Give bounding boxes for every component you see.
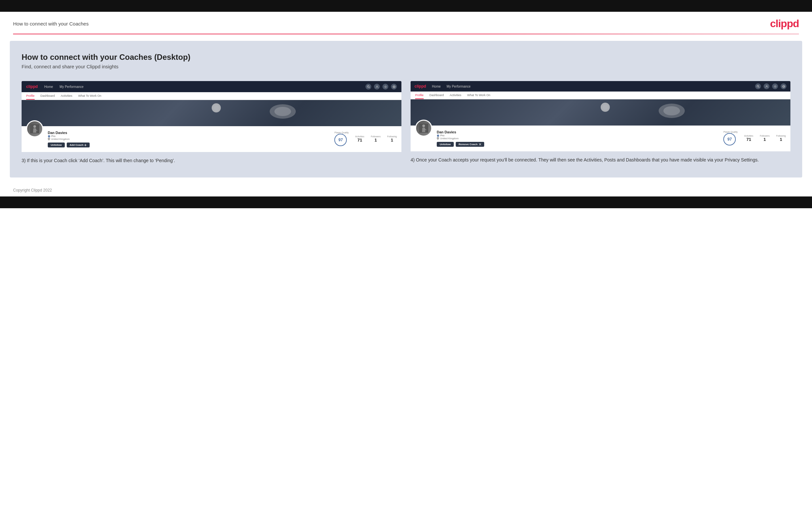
left-player-quality: Player Quality 97	[334, 131, 349, 146]
right-tab-profile[interactable]: Profile	[415, 94, 424, 99]
svg-text:✓: ✓	[438, 135, 439, 136]
left-avatar	[26, 120, 43, 137]
right-location-label: United Kingdom	[440, 137, 459, 140]
screenshot-left: clippd Home My Performance	[21, 81, 401, 152]
left-tab-what-to-work-on[interactable]: What To Work On	[78, 94, 101, 100]
right-remove-coach-button[interactable]: Remove Coach	[456, 142, 484, 147]
left-nav: clippd Home My Performance	[21, 81, 401, 92]
right-nav-home: Home	[432, 84, 441, 88]
header-divider	[13, 34, 799, 34]
right-role-label: Pro	[440, 134, 444, 137]
left-tabs: Profile Dashboard Activities What To Wor…	[21, 92, 401, 100]
left-profile-buttons: Unfollow Add Coach	[48, 143, 330, 148]
svg-point-2	[376, 86, 377, 87]
right-followers-label: Followers	[760, 135, 769, 137]
right-hero-bg	[411, 99, 791, 125]
page-header: How to connect with your Coaches clippd	[0, 12, 812, 34]
settings-icon[interactable]	[383, 84, 388, 90]
right-following-label: Following	[776, 135, 786, 137]
left-nav-logo: clippd	[26, 84, 38, 89]
right-profile-info: Dan Davies ✓ Pro United Kingdom Unfollow	[437, 129, 719, 147]
left-followers-stat: Followers 1	[371, 135, 380, 143]
left-tab-profile[interactable]: Profile	[26, 94, 35, 100]
svg-point-27	[663, 106, 680, 115]
left-following-stat: Following 1	[387, 135, 397, 143]
right-pq-label: Player Quality	[723, 131, 738, 133]
right-tab-dashboard[interactable]: Dashboard	[429, 94, 444, 99]
right-nav-icons	[755, 83, 786, 89]
right-search-icon[interactable]	[755, 83, 761, 89]
svg-text:✓: ✓	[48, 135, 50, 137]
screenshot-right: clippd Home My Performance	[411, 81, 791, 151]
right-followers-stat: Followers 1	[760, 135, 769, 142]
left-role-label: Pro	[51, 135, 55, 137]
left-pq-label: Player Quality	[334, 131, 349, 134]
globe-icon[interactable]	[391, 84, 397, 90]
right-player-quality: Player Quality 97	[723, 131, 738, 146]
right-activities-label: Activities	[744, 135, 753, 137]
left-pq-circle: 97	[334, 134, 347, 146]
right-avatar-wrap	[415, 120, 432, 136]
user-icon[interactable]	[374, 84, 380, 90]
right-tab-activities[interactable]: Activities	[450, 94, 462, 99]
svg-point-3	[385, 86, 386, 87]
left-nav-performance: My Performance	[59, 85, 84, 89]
svg-point-22	[774, 85, 776, 87]
main-subtitle: Find, connect and share your Clippd insi…	[21, 64, 791, 69]
main-title: How to connect with your Coaches (Deskto…	[21, 53, 791, 62]
screenshot-left-col: clippd Home My Performance	[21, 81, 401, 164]
right-profile-section: Dan Davies ✓ Pro United Kingdom Unfollow	[411, 125, 791, 151]
left-tab-activities[interactable]: Activities	[61, 94, 72, 100]
right-avatar	[415, 120, 432, 136]
left-hero-bg	[21, 100, 401, 126]
right-hero-image	[411, 99, 791, 125]
svg-point-12	[33, 125, 36, 128]
page-footer: Copyright Clippd 2022	[0, 184, 812, 196]
svg-point-29	[422, 124, 425, 127]
svg-point-18	[757, 85, 758, 87]
left-hero-image	[21, 100, 401, 126]
search-icon[interactable]	[365, 84, 371, 90]
left-nav-icons	[365, 84, 397, 90]
left-followers-value: 1	[371, 137, 380, 143]
caption-left: 3) If this is your Coach click ‘Add Coac…	[21, 157, 401, 164]
right-tab-what-to-work-on[interactable]: What To Work On	[467, 94, 491, 99]
left-add-coach-button[interactable]: Add Coach	[67, 143, 90, 148]
bottom-bar	[0, 196, 812, 208]
left-activities-label: Activities	[355, 135, 364, 137]
right-nav-logo: clippd	[414, 84, 426, 89]
left-nav-home: Home	[44, 85, 53, 89]
right-user-icon[interactable]	[764, 83, 769, 89]
left-tab-dashboard[interactable]: Dashboard	[41, 94, 55, 100]
right-unfollow-button[interactable]: Unfollow	[437, 142, 454, 147]
left-unfollow-button[interactable]: Unfollow	[48, 143, 65, 148]
left-following-value: 1	[387, 137, 397, 143]
left-location-label: United Kingdom	[51, 137, 70, 140]
left-activities-stat: Activities 71	[355, 135, 364, 143]
right-profile-buttons: Unfollow Remove Coach	[437, 142, 719, 147]
right-activities-stat: Activities 71	[744, 135, 753, 142]
right-nav-performance: My Performance	[447, 84, 470, 88]
right-settings-icon[interactable]	[772, 83, 778, 89]
svg-line-1	[369, 87, 369, 88]
right-following-stat: Following 1	[776, 135, 786, 142]
right-profile-location: United Kingdom	[437, 137, 719, 140]
right-following-value: 1	[776, 137, 786, 142]
caption-right: 4) Once your Coach accepts your request …	[411, 157, 791, 164]
svg-point-9	[274, 107, 291, 116]
screenshot-right-col: clippd Home My Performance	[411, 81, 791, 164]
right-activities-value: 71	[744, 137, 753, 142]
left-profile-location: United Kingdom	[48, 137, 330, 140]
right-globe-icon[interactable]	[780, 83, 786, 89]
svg-point-21	[774, 86, 776, 87]
page-header-title: How to connect with your Coaches	[13, 21, 89, 26]
svg-line-19	[758, 87, 759, 87]
left-following-label: Following	[387, 135, 397, 137]
right-pq-circle: 97	[723, 133, 736, 146]
screenshots-row: clippd Home My Performance	[21, 81, 791, 164]
left-activities-value: 71	[355, 137, 364, 143]
right-profile-name: Dan Davies	[437, 130, 719, 134]
right-tabs: Profile Dashboard Activities What To Wor…	[411, 92, 791, 99]
svg-point-0	[367, 85, 369, 87]
left-profile-info: Dan Davies ✓ Pro United Kingdom Unfollow	[48, 129, 330, 148]
